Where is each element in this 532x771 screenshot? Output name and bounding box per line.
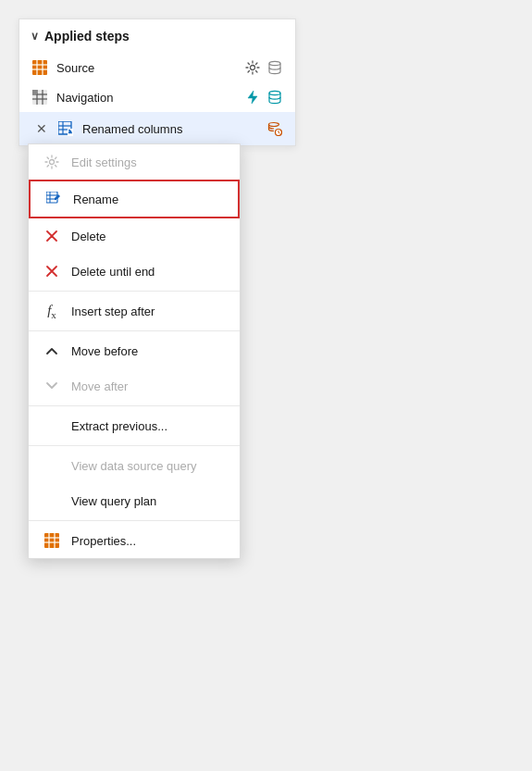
view-data-source-icon (42, 455, 62, 476)
properties-table-icon (42, 530, 62, 551)
gear-icon[interactable] (243, 58, 262, 77)
renamed-icon (56, 119, 75, 138)
svg-point-22 (50, 160, 55, 165)
navigation-icon (31, 88, 49, 106)
edit-settings-gear-icon (42, 152, 62, 172)
insert-step-after-label: Insert step after (71, 305, 155, 318)
fx-icon: fx (42, 301, 62, 321)
view-data-source-query-label: View data source query (71, 459, 197, 473)
navigation-label: Navigation (56, 91, 243, 105)
extract-previous-icon (42, 416, 62, 436)
database-teal-icon[interactable] (266, 88, 284, 106)
ctx-view-query-plan[interactable]: View query plan (29, 483, 240, 518)
ctx-edit-settings[interactable]: Edit settings (29, 144, 240, 180)
step-item-renamed-columns[interactable]: ✕ Renamed columns (19, 112, 295, 145)
renamed-actions (266, 119, 284, 138)
source-label: Source (56, 61, 243, 75)
chevron-up-icon (42, 341, 62, 361)
delete-until-end-x-icon (42, 261, 62, 281)
ctx-move-before[interactable]: Move before (29, 333, 240, 368)
rename-icon (43, 189, 64, 209)
database-icon[interactable] (266, 58, 284, 77)
properties-label: Properties... (71, 534, 136, 548)
view-query-plan-icon (42, 491, 62, 511)
navigation-actions (243, 88, 284, 106)
extract-previous-label: Extract previous... (71, 419, 167, 433)
renamed-columns-label: Renamed columns (82, 122, 266, 136)
svg-rect-0 (32, 60, 47, 75)
section-header: ∨ Applied steps (19, 19, 295, 53)
source-actions (243, 58, 284, 77)
move-before-label: Move before (71, 344, 138, 358)
ctx-extract-previous[interactable]: Extract previous... (29, 408, 240, 443)
ctx-rename[interactable]: Rename (29, 180, 240, 218)
database-clock-icon[interactable] (266, 119, 284, 138)
delete-label: Delete (71, 230, 106, 243)
svg-rect-12 (32, 90, 37, 94)
move-after-label: Move after (71, 379, 128, 393)
separator-1 (29, 291, 240, 292)
rename-label: Rename (73, 193, 118, 206)
chevron-icon: ∨ (31, 30, 39, 43)
chevron-down-icon (42, 376, 62, 396)
applied-steps-panel: ∨ Applied steps Source (19, 19, 296, 146)
ctx-insert-step-after[interactable]: fx Insert step after (29, 293, 240, 329)
step-item-source[interactable]: Source (19, 53, 295, 82)
ctx-delete[interactable]: Delete (29, 218, 240, 254)
ctx-delete-until-end[interactable]: Delete until end (29, 254, 240, 289)
svg-point-20 (269, 123, 279, 127)
context-menu: Edit settings Rename (28, 143, 241, 559)
separator-2 (29, 330, 240, 331)
svg-rect-27 (44, 533, 59, 548)
svg-point-5 (251, 66, 255, 70)
separator-3 (29, 405, 240, 406)
separator-5 (29, 520, 240, 521)
panel-title: Applied steps (44, 29, 130, 44)
separator-4 (29, 445, 240, 446)
ctx-view-data-source-query[interactable]: View data source query (29, 448, 240, 483)
source-icon (31, 58, 49, 77)
step-item-navigation[interactable]: Navigation (19, 82, 295, 112)
steps-list: Source (19, 53, 295, 145)
view-query-plan-label: View query plan (71, 494, 156, 508)
lightning-icon[interactable] (243, 88, 262, 106)
delete-x-icon (42, 226, 62, 246)
svg-point-6 (269, 61, 280, 65)
ctx-properties[interactable]: Properties... (29, 523, 240, 558)
close-icon[interactable]: ✕ (31, 118, 53, 140)
edit-settings-label: Edit settings (71, 155, 137, 169)
ctx-move-after[interactable]: Move after (29, 368, 240, 404)
svg-point-13 (269, 91, 280, 94)
delete-until-end-label: Delete until end (71, 265, 155, 279)
